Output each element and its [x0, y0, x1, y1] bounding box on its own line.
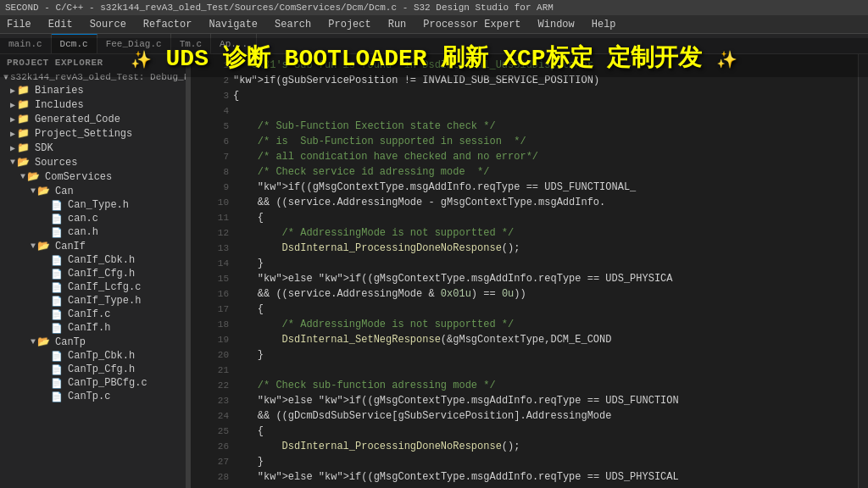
menu-item-file[interactable]: File [3, 18, 35, 31]
title-bar: SECOND - C/C++ - s32k144_revA3_oled_Test… [0, 0, 868, 15]
tab-mainc[interactable]: main.c [0, 34, 52, 53]
tree-item-canif_h[interactable]: 📄CanIf.h [0, 321, 186, 335]
line-content: && ((service.AddressingMode & 0x01u) == … [233, 286, 858, 302]
tree-item-can_type_h[interactable]: 📄Can_Type.h [0, 198, 186, 212]
tree-label: ComServices [45, 171, 112, 183]
file-icon: 📄 [51, 309, 63, 320]
code-line: 26 DsdInternal_ProcessingDoneNoResponse(… [233, 439, 858, 454]
tree-item-generated_code[interactable]: ▶📁Generated_Code [0, 112, 186, 126]
tree-item-project_settings[interactable]: ▶📁Project_Settings [0, 126, 186, 141]
tree-label: Includes [35, 99, 84, 111]
tree-item-sources[interactable]: ▼📂Sources [0, 155, 186, 169]
tree-label: CanTp.c [68, 391, 110, 402]
line-number: 24 [195, 408, 229, 424]
code-editor[interactable]: 1/* 0x31's Sub fun is found in DsdIntern… [191, 54, 858, 488]
tree-item-can_c[interactable]: 📄can.c [0, 212, 186, 225]
line-number: 14 [195, 256, 229, 271]
tree-item-includes[interactable]: ▶📁Includes [0, 97, 186, 112]
line-content: } [233, 347, 858, 363]
tree-item-cantp_pbcfg_c[interactable]: 📄CanTp_PBCfg.c [0, 376, 186, 390]
line-content: && ((gDcmDsdSubService[gSubServicePositi… [233, 408, 858, 424]
tree-label: CanIf.h [68, 322, 110, 334]
file-icon: 📄 [51, 296, 63, 307]
menu-item-processor expert[interactable]: Processor Expert [420, 18, 524, 31]
tree-item-can[interactable]: ▼📂Can [0, 184, 186, 198]
line-number: 5 [195, 119, 229, 134]
menu-item-help[interactable]: Help [588, 18, 620, 31]
code-line: 22 /* Check sub-function adressing mode … [233, 378, 858, 393]
line-number: 3 [195, 88, 229, 103]
line-number: 13 [195, 241, 229, 256]
tree-item-sdk[interactable]: ▶📁SDK [0, 141, 186, 155]
tree-label: Binaries [35, 85, 84, 97]
tab-feediagc[interactable]: Fee_Diag.c [97, 34, 171, 53]
line-number: 18 [195, 317, 229, 332]
file-icon: 📄 [51, 282, 63, 293]
menu-item-navigate[interactable]: Navigate [205, 18, 261, 31]
code-line: 6 /* is Sub-Function supported in sessio… [233, 134, 858, 149]
line-number: 8 [195, 164, 229, 180]
tree-item-canif_cfg_h[interactable]: 📄CanIf_Cfg.h [0, 267, 186, 280]
line-content: /* 0x31's Sub fun is found in DsdInterna… [233, 58, 858, 73]
code-line: 27 } [233, 454, 858, 469]
menu-item-search[interactable]: Search [271, 18, 314, 31]
tree-item-cantp_c[interactable]: 📄CanTp.c [0, 390, 186, 403]
tree-item-cantp[interactable]: ▼📂CanTp [0, 335, 186, 349]
tabs-row: main.cDcm.cFee_Diag.cTm.cAp... [0, 34, 868, 54]
tab-ap[interactable]: Ap... [211, 34, 257, 53]
tree-item-cantp_cfg_h[interactable]: 📄CanTp_Cfg.h [0, 363, 186, 376]
code-line: 18 /* AddressingMode is not supportted *… [233, 317, 858, 332]
line-number: 22 [195, 378, 229, 393]
tree-item-binaries[interactable]: ▶📁Binaries [0, 83, 186, 97]
line-content: } [233, 256, 858, 271]
tree-item-cantp_cbk_h[interactable]: 📄CanTp_Cbk.h [0, 349, 186, 363]
tree-item-canif_cbk_h[interactable]: 📄CanIf_Cbk.h [0, 253, 186, 267]
tree-label: Sources [35, 157, 77, 169]
code-line: 20 } [233, 347, 858, 363]
file-icon: 📄 [51, 391, 63, 402]
line-content: /* all condication have checked and no e… [233, 149, 858, 164]
project-root[interactable]: ▼ s32k144_revA3_oled_Test: Debug_FLASH [… [0, 71, 186, 83]
file-icon: 📄 [51, 351, 63, 362]
project-label: s32k144_revA3_oled_Test: Debug_FLASH [s3… [10, 72, 186, 82]
scroll-indicator [858, 54, 868, 488]
chevron-down-icon: ▼ [31, 241, 36, 251]
chevron-right-icon: ▶ [10, 100, 15, 110]
line-content: { [233, 88, 858, 103]
file-icon: 📄 [51, 323, 63, 334]
file-tree: ▶📁Binaries▶📁Includes▶📁Generated_Code▶📁Pr… [0, 83, 186, 403]
menu-item-project[interactable]: Project [325, 18, 374, 31]
menu-item-refactor[interactable]: Refactor [140, 18, 196, 31]
tab-dcmc[interactable]: Dcm.c [52, 34, 97, 53]
code-line: 12 /* AddressingMode is not supportted *… [233, 225, 858, 241]
line-number: 6 [195, 134, 229, 149]
line-content: && ((service.AddressingMode - gMsgContex… [233, 195, 858, 210]
code-line: 2"kw">if(gSubServicePosition != INVALID_… [233, 73, 858, 88]
file-icon: 📄 [51, 378, 63, 389]
tree-item-canif[interactable]: ▼📂CanIf [0, 239, 186, 253]
right-panel: 1/* 0x31's Sub fun is found in DsdIntern… [191, 54, 868, 488]
menu-item-run[interactable]: Run [385, 18, 410, 31]
tree-label: Can_Type.h [68, 199, 129, 211]
line-number: 15 [195, 271, 229, 286]
tree-item-canif_type_h[interactable]: 📄CanIf_Type.h [0, 294, 186, 308]
line-number: 11 [195, 210, 229, 225]
file-icon: 📄 [51, 364, 63, 375]
tree-item-canif_lcfg_c[interactable]: 📄CanIf_Lcfg.c [0, 280, 186, 294]
code-line: 1/* 0x31's Sub fun is found in DsdIntern… [233, 58, 858, 73]
menu-item-window[interactable]: Window [535, 18, 578, 31]
tree-item-comservices[interactable]: ▼📂ComServices [0, 169, 186, 184]
code-line: 21 [233, 363, 858, 378]
menu-item-edit[interactable]: Edit [45, 18, 76, 31]
tree-item-canif_c[interactable]: 📄CanIf.c [0, 308, 186, 321]
line-number: 27 [195, 454, 229, 469]
file-icon: 📄 [51, 214, 63, 225]
tree-label: CanIf_Lcfg.c [68, 281, 141, 293]
tab-tmc[interactable]: Tm.c [171, 34, 211, 53]
folder-icon: 📁 [17, 98, 30, 111]
menu-item-source[interactable]: Source [86, 18, 130, 31]
line-content: "kw">else "kw">if((gMsgContextType.msgAd… [233, 271, 858, 286]
line-content: "kw">if((gMsgContextType.msgAddInfo.reqT… [233, 180, 858, 195]
tree-item-can_h[interactable]: 📄can.h [0, 225, 186, 239]
code-line: 23 "kw">else "kw">if((gMsgContextType.ms… [233, 393, 858, 408]
